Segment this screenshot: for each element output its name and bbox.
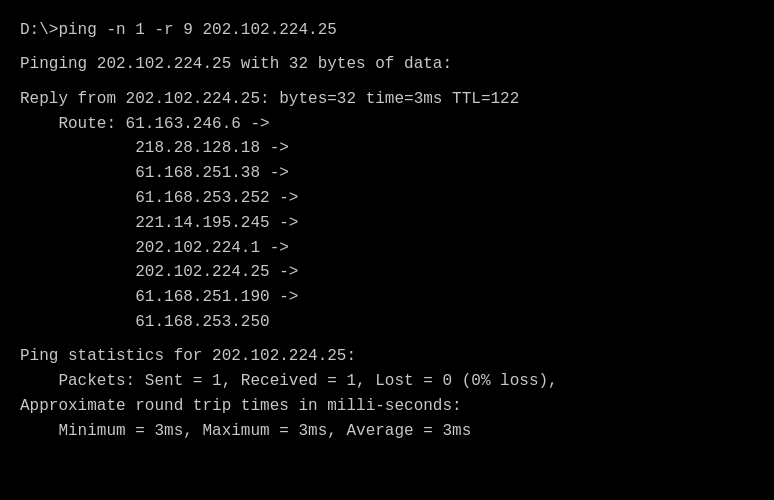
route-6-line: 202.102.224.25 -> (20, 260, 754, 285)
spacer-2 (20, 77, 754, 87)
times-line: Minimum = 3ms, Maximum = 3ms, Average = … (20, 419, 754, 444)
command-line: D:\>ping -n 1 -r 9 202.102.224.25 (20, 18, 754, 43)
approx-line: Approximate round trip times in milli-se… (20, 394, 754, 419)
route-2-line: 61.168.251.38 -> (20, 161, 754, 186)
route-label-line: Route: 61.163.246.6 -> (20, 112, 754, 137)
stats-header-line: Ping statistics for 202.102.224.25: (20, 344, 754, 369)
pinging-line: Pinging 202.102.224.25 with 32 bytes of … (20, 52, 754, 77)
terminal-window: D:\>ping -n 1 -r 9 202.102.224.25 Pingin… (0, 0, 774, 500)
spacer-1 (20, 43, 754, 53)
packets-line: Packets: Sent = 1, Received = 1, Lost = … (20, 369, 754, 394)
route-3-line: 61.168.253.252 -> (20, 186, 754, 211)
route-8-line: 61.168.253.250 (20, 310, 754, 335)
spacer-3 (20, 335, 754, 345)
route-1-line: 218.28.128.18 -> (20, 136, 754, 161)
route-7-line: 61.168.251.190 -> (20, 285, 754, 310)
reply-line: Reply from 202.102.224.25: bytes=32 time… (20, 87, 754, 112)
route-5-line: 202.102.224.1 -> (20, 236, 754, 261)
route-4-line: 221.14.195.245 -> (20, 211, 754, 236)
